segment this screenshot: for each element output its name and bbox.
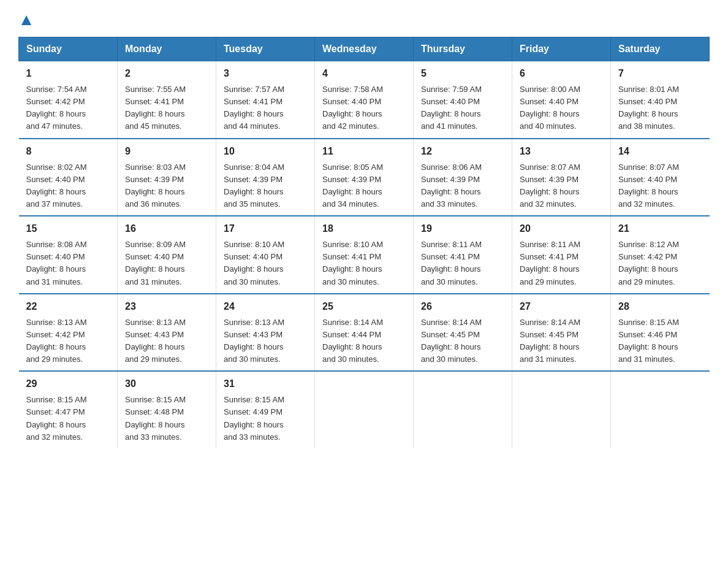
calendar-cell: 3Sunrise: 7:57 AMSunset: 4:41 PMDaylight… — [216, 61, 315, 139]
day-number: 29 — [26, 377, 110, 391]
calendar-cell: 12Sunrise: 8:06 AMSunset: 4:39 PMDayligh… — [414, 139, 512, 216]
day-number: 23 — [125, 299, 208, 314]
logo — [18, 12, 33, 25]
day-info: Sunrise: 8:09 AMSunset: 4:40 PMDaylight:… — [125, 239, 208, 288]
day-info: Sunrise: 8:07 AMSunset: 4:39 PMDaylight:… — [520, 161, 603, 211]
calendar-cell: 17Sunrise: 8:10 AMSunset: 4:40 PMDayligh… — [216, 216, 315, 294]
day-info: Sunrise: 8:05 AMSunset: 4:39 PMDaylight:… — [322, 161, 406, 211]
column-header-thursday: Thursday — [414, 37, 512, 61]
calendar-cell: 7Sunrise: 8:01 AMSunset: 4:40 PMDaylight… — [611, 61, 710, 139]
page-header — [18, 12, 710, 25]
calendar-cell: 24Sunrise: 8:13 AMSunset: 4:43 PMDayligh… — [216, 294, 315, 372]
day-info: Sunrise: 7:58 AMSunset: 4:40 PMDaylight:… — [322, 83, 406, 133]
day-number: 10 — [224, 144, 307, 159]
day-info: Sunrise: 8:01 AMSunset: 4:40 PMDaylight:… — [618, 83, 702, 133]
day-info: Sunrise: 8:15 AMSunset: 4:49 PMDaylight:… — [224, 394, 307, 443]
day-number: 8 — [26, 144, 110, 159]
day-number: 4 — [322, 66, 406, 81]
day-info: Sunrise: 8:00 AMSunset: 4:40 PMDaylight:… — [520, 83, 603, 133]
calendar-cell: 29Sunrise: 8:15 AMSunset: 4:47 PMDayligh… — [19, 371, 118, 448]
calendar-cell: 28Sunrise: 8:15 AMSunset: 4:46 PMDayligh… — [611, 294, 710, 372]
week-row-2: 8Sunrise: 8:02 AMSunset: 4:40 PMDaylight… — [19, 139, 710, 216]
day-info: Sunrise: 8:04 AMSunset: 4:39 PMDaylight:… — [224, 161, 307, 211]
calendar-cell: 20Sunrise: 8:11 AMSunset: 4:41 PMDayligh… — [512, 216, 611, 294]
day-number: 16 — [125, 221, 208, 236]
column-header-friday: Friday — [512, 37, 611, 61]
day-info: Sunrise: 8:02 AMSunset: 4:40 PMDaylight:… — [26, 161, 110, 211]
calendar-header-row: SundayMondayTuesdayWednesdayThursdayFrid… — [19, 37, 710, 61]
day-number: 27 — [520, 299, 603, 314]
calendar-cell: 8Sunrise: 8:02 AMSunset: 4:40 PMDaylight… — [19, 139, 118, 216]
day-info: Sunrise: 8:13 AMSunset: 4:43 PMDaylight:… — [224, 316, 307, 366]
day-info: Sunrise: 8:11 AMSunset: 4:41 PMDaylight:… — [421, 239, 504, 288]
day-number: 2 — [125, 66, 208, 81]
day-info: Sunrise: 8:06 AMSunset: 4:39 PMDaylight:… — [421, 161, 504, 211]
day-info: Sunrise: 8:13 AMSunset: 4:43 PMDaylight:… — [125, 316, 208, 366]
calendar-cell: 10Sunrise: 8:04 AMSunset: 4:39 PMDayligh… — [216, 139, 315, 216]
day-number: 21 — [618, 221, 702, 236]
week-row-1: 1Sunrise: 7:54 AMSunset: 4:42 PMDaylight… — [19, 61, 710, 139]
calendar-cell: 4Sunrise: 7:58 AMSunset: 4:40 PMDaylight… — [315, 61, 414, 139]
day-info: Sunrise: 7:55 AMSunset: 4:41 PMDaylight:… — [125, 83, 208, 133]
calendar-cell — [315, 371, 414, 448]
calendar-cell — [414, 371, 512, 448]
calendar-cell: 31Sunrise: 8:15 AMSunset: 4:49 PMDayligh… — [216, 371, 315, 448]
column-header-monday: Monday — [118, 37, 216, 61]
day-info: Sunrise: 8:14 AMSunset: 4:45 PMDaylight:… — [421, 316, 504, 366]
calendar-cell: 9Sunrise: 8:03 AMSunset: 4:39 PMDaylight… — [118, 139, 216, 216]
day-number: 11 — [322, 144, 406, 159]
day-number: 15 — [26, 221, 110, 236]
day-info: Sunrise: 7:54 AMSunset: 4:42 PMDaylight:… — [26, 83, 110, 133]
week-row-5: 29Sunrise: 8:15 AMSunset: 4:47 PMDayligh… — [19, 371, 710, 448]
day-info: Sunrise: 8:14 AMSunset: 4:44 PMDaylight:… — [322, 316, 406, 366]
day-number: 30 — [125, 377, 208, 391]
calendar-cell: 5Sunrise: 7:59 AMSunset: 4:40 PMDaylight… — [414, 61, 512, 139]
day-number: 26 — [421, 299, 504, 314]
calendar-cell: 16Sunrise: 8:09 AMSunset: 4:40 PMDayligh… — [118, 216, 216, 294]
day-number: 13 — [520, 144, 603, 159]
calendar-cell: 23Sunrise: 8:13 AMSunset: 4:43 PMDayligh… — [118, 294, 216, 372]
calendar-cell: 1Sunrise: 7:54 AMSunset: 4:42 PMDaylight… — [19, 61, 118, 139]
calendar-cell: 15Sunrise: 8:08 AMSunset: 4:40 PMDayligh… — [19, 216, 118, 294]
logo-icon — [20, 13, 33, 27]
day-number: 9 — [125, 144, 208, 159]
day-number: 5 — [421, 66, 504, 81]
day-number: 19 — [421, 221, 504, 236]
day-number: 3 — [224, 66, 307, 81]
day-number: 28 — [618, 299, 702, 314]
calendar-cell: 11Sunrise: 8:05 AMSunset: 4:39 PMDayligh… — [315, 139, 414, 216]
day-number: 1 — [26, 66, 110, 81]
calendar-cell: 13Sunrise: 8:07 AMSunset: 4:39 PMDayligh… — [512, 139, 611, 216]
calendar-cell: 2Sunrise: 7:55 AMSunset: 4:41 PMDaylight… — [118, 61, 216, 139]
day-number: 7 — [618, 66, 702, 81]
calendar-cell — [512, 371, 611, 448]
calendar-cell: 6Sunrise: 8:00 AMSunset: 4:40 PMDaylight… — [512, 61, 611, 139]
column-header-sunday: Sunday — [19, 37, 118, 61]
day-info: Sunrise: 7:59 AMSunset: 4:40 PMDaylight:… — [421, 83, 504, 133]
week-row-4: 22Sunrise: 8:13 AMSunset: 4:42 PMDayligh… — [19, 294, 710, 372]
day-number: 14 — [618, 144, 702, 159]
calendar-cell: 25Sunrise: 8:14 AMSunset: 4:44 PMDayligh… — [315, 294, 414, 372]
day-info: Sunrise: 8:11 AMSunset: 4:41 PMDaylight:… — [520, 239, 603, 288]
day-info: Sunrise: 8:13 AMSunset: 4:42 PMDaylight:… — [26, 316, 110, 366]
calendar-cell: 14Sunrise: 8:07 AMSunset: 4:40 PMDayligh… — [611, 139, 710, 216]
calendar-cell: 30Sunrise: 8:15 AMSunset: 4:48 PMDayligh… — [118, 371, 216, 448]
calendar-cell: 27Sunrise: 8:14 AMSunset: 4:45 PMDayligh… — [512, 294, 611, 372]
day-info: Sunrise: 8:08 AMSunset: 4:40 PMDaylight:… — [26, 239, 110, 288]
day-info: Sunrise: 8:15 AMSunset: 4:47 PMDaylight:… — [26, 394, 110, 443]
day-info: Sunrise: 7:57 AMSunset: 4:41 PMDaylight:… — [224, 83, 307, 133]
calendar-cell: 22Sunrise: 8:13 AMSunset: 4:42 PMDayligh… — [19, 294, 118, 372]
calendar-cell: 21Sunrise: 8:12 AMSunset: 4:42 PMDayligh… — [611, 216, 710, 294]
column-header-saturday: Saturday — [611, 37, 710, 61]
week-row-3: 15Sunrise: 8:08 AMSunset: 4:40 PMDayligh… — [19, 216, 710, 294]
day-number: 25 — [322, 299, 406, 314]
day-number: 18 — [322, 221, 406, 236]
column-header-tuesday: Tuesday — [216, 37, 315, 61]
day-number: 6 — [520, 66, 603, 81]
day-info: Sunrise: 8:10 AMSunset: 4:41 PMDaylight:… — [322, 239, 406, 288]
day-number: 24 — [224, 299, 307, 314]
day-info: Sunrise: 8:03 AMSunset: 4:39 PMDaylight:… — [125, 161, 208, 211]
column-header-wednesday: Wednesday — [315, 37, 414, 61]
day-info: Sunrise: 8:15 AMSunset: 4:46 PMDaylight:… — [618, 316, 702, 366]
day-number: 17 — [224, 221, 307, 236]
